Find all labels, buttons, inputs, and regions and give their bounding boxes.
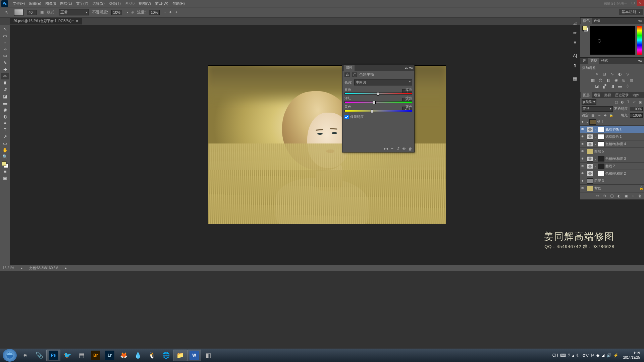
taskbar-app-explorer[interactable]: 📁 [173, 350, 187, 361]
vibrance-icon[interactable]: ▽ [625, 72, 631, 76]
start-button[interactable] [3, 349, 17, 362]
chevron-down-icon[interactable]: ▾ [125, 11, 128, 14]
rail-paragraph2-icon[interactable]: ¶ [571, 61, 579, 69]
delete-layer-icon[interactable]: 🗑 [638, 194, 642, 198]
taskbar-app-drop[interactable]: 💧 [131, 350, 145, 361]
hue-icon[interactable]: ▦ [590, 78, 596, 82]
wand-tool[interactable]: ✧ [1, 46, 9, 53]
rail-character-icon[interactable]: A| [571, 52, 579, 60]
tab-adjustments[interactable]: 调整 [588, 58, 599, 64]
taskbar-app-bridge[interactable]: Br [89, 350, 103, 361]
properties-panel[interactable]: 属性 ▸▸ ▾≡ ⚖ ▢ 色彩平衡 色调: 中间调▾ 青色红色-1洋红绿色-12… [342, 64, 415, 153]
screenmode-icon[interactable]: ▣ [1, 175, 9, 181]
visibility-icon[interactable]: 👁 [581, 186, 586, 190]
color-slider[interactable] [344, 110, 412, 112]
collapse-icon[interactable]: ▸▸ [405, 66, 408, 70]
color-slider[interactable] [344, 93, 412, 95]
expand-icon[interactable]: ▸ [587, 120, 588, 124]
eyedropper-tool[interactable]: ✎ [1, 59, 9, 66]
rail-paragraph-icon[interactable]: ≡ [571, 38, 579, 46]
minimize-button[interactable]: ─ [622, 0, 629, 6]
workspace-switcher[interactable]: 基本功能 ▾ [619, 9, 643, 15]
photo-filter-icon[interactable]: ◉ [613, 78, 619, 82]
tab-styles[interactable]: 样式 [599, 58, 610, 64]
taskbar-app-chrome[interactable]: 🌐 [159, 350, 173, 361]
invert-icon[interactable]: ◪ [594, 84, 600, 88]
layer-fill-field[interactable]: 100% [630, 113, 643, 118]
rail-swatches-icon[interactable]: ▦ [571, 74, 579, 82]
bw-icon[interactable]: ◧ [605, 78, 611, 82]
layer-row[interactable]: 👁图层 5 [580, 148, 644, 155]
brush-size-field[interactable]: 40 [27, 10, 37, 15]
new-group-icon[interactable]: ▣ [624, 194, 628, 198]
layer-name[interactable]: 色相/饱和度 3 [605, 157, 643, 161]
visibility-icon[interactable]: 👁 [581, 157, 586, 161]
link-layers-icon[interactable]: ⚯ [595, 194, 600, 198]
selective-icon[interactable]: ◊ [625, 84, 631, 88]
chevron-right-icon[interactable]: ▸ [65, 266, 67, 270]
dodge-tool[interactable]: ◐ [1, 113, 9, 120]
canvas-area[interactable]: 姜同辉高端修图 QQ：454946742 群：98786628 [10, 25, 644, 265]
mask-thumb[interactable] [598, 156, 604, 162]
layer-filter-select[interactable]: ρ 类型 ▾ [582, 99, 596, 105]
layer-name[interactable]: 图层 5 [594, 149, 643, 154]
tab-swatches[interactable]: 色板 [592, 18, 602, 24]
hue-slider[interactable] [637, 26, 642, 55]
gradient-tool[interactable]: ▬ [1, 100, 9, 106]
curves-icon[interactable]: ∿ [609, 72, 615, 76]
gradientmap-icon[interactable]: ▬ [617, 84, 623, 88]
hand-tool[interactable]: ✋ [1, 146, 9, 153]
layer-row[interactable]: 👁⌄色彩平衡 1 [580, 126, 644, 133]
menu-t[interactable]: 滤镜(T) [107, 1, 123, 6]
tab-paths[interactable]: 路径 [602, 92, 613, 98]
filter-type-icon[interactable]: T [626, 100, 631, 104]
taskbar-app-ie[interactable]: e [18, 350, 32, 361]
lock-pos-icon[interactable]: ✥ [603, 113, 607, 118]
flow-field[interactable]: 10% [149, 10, 160, 15]
stamp-tool[interactable]: ♜ [1, 79, 9, 86]
layer-name[interactable]: 背景 [594, 186, 638, 191]
preserve-lum-checkbox[interactable] [344, 115, 349, 119]
color-swatches[interactable] [2, 161, 8, 168]
taskbar-clock[interactable]: 1:19 2014/12/25 [623, 351, 640, 360]
layer-name[interactable]: 色相/饱和度 2 [605, 171, 643, 176]
taskbar-app-lightroom[interactable]: Lr [103, 350, 117, 361]
filter-smart-icon[interactable]: ▣ [638, 100, 643, 104]
menu-dd[interactable]: 3D(D) [123, 1, 137, 6]
layer-row[interactable]: 👁⌄色相/饱和度 2 [580, 170, 644, 177]
blur-tool[interactable]: ◉ [1, 106, 9, 113]
menu-w[interactable]: 窗口(W) [153, 1, 170, 6]
weather-temp[interactable]: -2°C [582, 354, 589, 357]
toolpreset-icon[interactable]: ↖ [3, 9, 11, 16]
layer-row[interactable]: 👁⌄色相/饱和度 4 [580, 140, 644, 148]
lock-all-icon[interactable]: 🔒 [609, 113, 613, 118]
layer-name[interactable]: 曲线 2 [605, 164, 643, 169]
new-adjustment-icon[interactable]: ◐ [616, 194, 621, 198]
layer-name[interactable]: 色相/饱和度 4 [605, 142, 643, 146]
brightness-icon[interactable]: ☀ [594, 72, 600, 76]
taskbar-app-wps[interactable]: W [187, 350, 201, 361]
close-tab-icon[interactable]: ✕ [76, 19, 78, 23]
color-field[interactable] [590, 26, 635, 55]
tray-network-icon[interactable]: ◢ [601, 353, 604, 358]
lang-indicator[interactable]: CH [552, 353, 558, 358]
menu-e[interactable]: 编辑(E) [27, 1, 43, 6]
threshold-icon[interactable]: ◨ [609, 84, 615, 88]
posterize-icon[interactable]: ▞ [602, 84, 607, 88]
tab-library[interactable]: 库 [581, 58, 588, 64]
maximize-button[interactable]: ❐ [629, 0, 637, 6]
tab-channels[interactable]: 通道 [592, 92, 602, 98]
document-tab[interactable]: 29.psd @ 16.2% (色彩平衡 1, RGB/8#) * ✕ [10, 18, 82, 24]
pressure-size-icon[interactable]: ⌖ [175, 10, 177, 14]
doc-info[interactable]: 文档:63.3M/160.6M [29, 266, 58, 270]
add-mask-icon[interactable]: ◯ [609, 194, 614, 198]
visibility-icon[interactable]: 👁 [581, 172, 586, 176]
shape-tool[interactable]: ▭ [1, 140, 9, 146]
healing-tool[interactable]: ✚ [1, 66, 9, 73]
rail-brush-icon[interactable]: ✏ [571, 29, 579, 37]
taskbar-app-qq[interactable]: 🐧 [145, 350, 159, 361]
taskbar-app-thunder[interactable]: 🐦 [60, 350, 74, 361]
mask-thumb[interactable] [598, 171, 604, 176]
history-brush-tool[interactable]: ↺ [1, 86, 9, 93]
layer-row[interactable]: 👁图层 3 [580, 177, 644, 185]
